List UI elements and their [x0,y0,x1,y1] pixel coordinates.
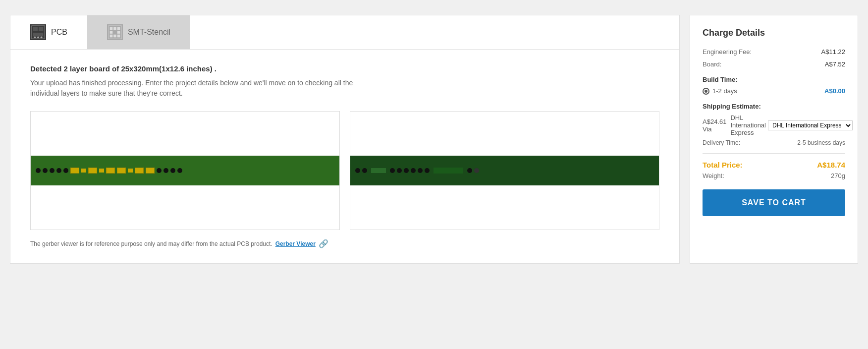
tab-pcb[interactable]: PCB [10,15,87,49]
delivery-value: 2-5 business days [797,139,845,146]
tab-smt-stencil[interactable]: SMT-Stencil [87,15,190,49]
build-time-label: Build Time: [703,76,845,83]
radio-button[interactable] [703,88,709,95]
weight-row: Weight: 270g [703,172,845,179]
shipping-method-select[interactable]: DHL International Express Standard Post [768,120,853,130]
gerber-note-text: The gerber viewer is for reference purpo… [30,240,272,247]
shipping-value: A$24.61 Via [703,118,726,133]
svg-rect-8 [107,24,123,40]
svg-rect-14 [117,31,120,34]
svg-rect-17 [117,35,120,38]
engineering-fee-row: Engineering Fee: A$11.22 [703,48,845,56]
shipping-row: A$24.61 Via DHL International Express DH… [703,114,845,136]
pcb-images [30,111,659,230]
main-panel: PCB SMT- [10,15,680,264]
build-time-price: A$0.00 [824,87,845,95]
total-price-value: A$18.74 [817,161,845,169]
svg-rect-11 [113,27,116,30]
shipping-method-text: DHL International Express [730,114,766,136]
divider [703,153,845,154]
pcb-board-front [31,156,339,185]
svg-point-7 [41,36,43,38]
main-content: Detected 2 layer board of 25x320mm(1x12.… [10,50,679,263]
engineering-fee-label: Engineering Fee: [703,48,752,56]
weight-value: 270g [831,172,845,179]
charge-title: Charge Details [703,28,845,38]
svg-rect-3 [39,27,43,31]
total-price-row: Total Price: A$18.74 [703,161,845,169]
pcb-back-image [350,111,659,230]
total-price-label: Total Price: [703,161,743,169]
board-fee-row: Board: A$7.52 [703,60,845,68]
svg-rect-16 [113,35,116,38]
delivery-label: Delivery Time: [703,139,740,146]
board-label: Board: [703,60,721,68]
delivery-row: Delivery Time: 2-5 business days [703,139,845,146]
detection-title: Detected 2 layer board of 25x320mm(1x12.… [30,64,659,73]
svg-rect-10 [110,27,113,30]
gerber-viewer-link[interactable]: Gerber Viewer [275,240,316,247]
shipping-estimate-label: Shipping Estimate: [703,103,845,110]
svg-rect-15 [110,35,113,38]
svg-rect-2 [33,27,38,31]
engineering-fee-value: A$11.22 [821,48,845,56]
pcb-front-image [30,111,340,230]
tab-bar: PCB SMT- [10,15,679,50]
charge-panel: Charge Details Engineering Fee: A$11.22 … [690,15,858,264]
pcb-tab-label: PCB [51,28,67,37]
board-value: A$7.52 [825,60,845,68]
link-icon: 🔗 [319,239,328,248]
stencil-tab-icon [107,24,123,40]
footer-note: The gerber viewer is for reference purpo… [30,239,659,248]
weight-label: Weight: [703,172,724,179]
svg-rect-13 [110,31,113,34]
smt-stencil-tab-label: SMT-Stencil [128,28,170,37]
svg-point-6 [37,36,39,38]
build-time-row: 1-2 days A$0.00 [703,87,845,95]
build-time-option[interactable]: 1-2 days [703,87,737,95]
svg-rect-4 [33,33,44,37]
pcb-tab-icon [30,24,46,40]
save-to-cart-button[interactable]: SAVE TO CART [703,189,845,216]
svg-point-5 [34,36,36,38]
pcb-board-back [350,156,659,185]
build-time-option-label: 1-2 days [712,87,737,95]
detection-desc: Your upload has finished processing. Ent… [30,78,377,99]
svg-rect-12 [117,27,120,30]
